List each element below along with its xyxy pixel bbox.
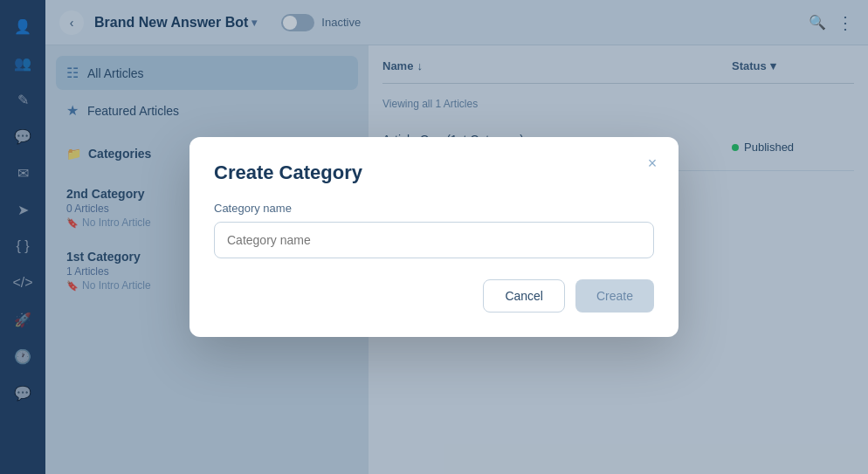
modal-close-button[interactable]: × <box>640 151 665 175</box>
create-button[interactable]: Create <box>575 279 654 313</box>
cancel-button[interactable]: Cancel <box>483 279 565 313</box>
category-name-label: Category name <box>214 202 654 215</box>
modal-overlay: × Create Category Category name Cancel C… <box>0 0 868 474</box>
modal-actions: Cancel Create <box>214 279 654 313</box>
create-category-modal: × Create Category Category name Cancel C… <box>189 137 679 337</box>
modal-title: Create Category <box>214 161 654 184</box>
category-name-input[interactable] <box>214 222 654 258</box>
